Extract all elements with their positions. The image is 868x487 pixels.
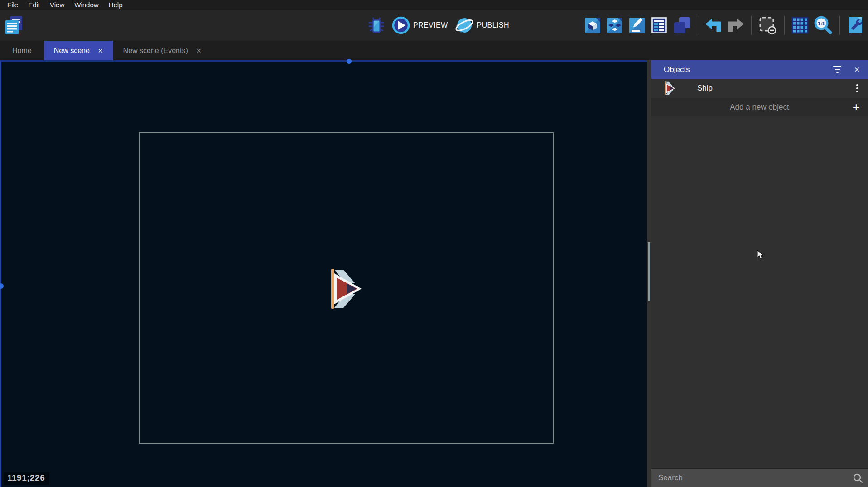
tab-new-scene-events-label: New scene (Events) (123, 47, 188, 55)
search-input[interactable] (651, 469, 868, 487)
menu-edit[interactable]: Edit (23, 0, 45, 10)
properties-icon[interactable] (628, 16, 646, 34)
cursor-coordinates: 1191;226 (4, 472, 49, 485)
toolbar-separator (784, 16, 785, 35)
editor-splitter[interactable] (647, 60, 651, 487)
publish-globe-icon (454, 15, 474, 35)
publish-label: PUBLISH (477, 21, 509, 29)
zoom-1-1-icon[interactable]: 1:1 (813, 15, 833, 35)
debug-icon[interactable] (368, 16, 385, 35)
ship-instance[interactable] (325, 266, 365, 311)
svg-text:1:1: 1:1 (818, 21, 825, 26)
add-object-button[interactable]: Add a new object + (651, 98, 868, 116)
layers-icon[interactable] (672, 16, 691, 35)
tab-close-icon[interactable]: ✕ (196, 48, 202, 54)
play-icon (391, 16, 410, 35)
object-name: Ship (697, 84, 854, 93)
instances-list-icon[interactable] (650, 16, 668, 34)
ship-thumbnail-icon (663, 81, 676, 96)
menu-window[interactable]: Window (69, 0, 103, 10)
canvas-scroll-indicator-top[interactable] (347, 59, 352, 64)
menu-file[interactable]: File (2, 0, 23, 10)
grid-icon[interactable] (791, 16, 809, 34)
tab-close-icon[interactable]: ✕ (98, 48, 103, 54)
filter-icon[interactable] (833, 66, 841, 73)
tab-new-scene-events[interactable]: New scene (Events) ✕ (113, 41, 212, 60)
close-panel-icon[interactable]: ✕ (854, 66, 860, 73)
mouse-cursor (757, 250, 764, 259)
preview-label: PREVIEW (413, 21, 448, 29)
add-object-label: Add a new object (730, 103, 789, 112)
publish-button[interactable]: PUBLISH (454, 15, 509, 35)
menu-bar: File Edit View Window Help (0, 0, 868, 10)
scene-properties-icon[interactable] (846, 16, 864, 35)
canvas-scroll-indicator-left[interactable] (0, 283, 4, 289)
tab-new-scene-label: New scene (54, 47, 90, 55)
tab-new-scene[interactable]: New scene ✕ (44, 41, 113, 60)
objects-panel: Objects ✕ Ship Add a new object + (651, 60, 868, 487)
toolbar-separator (751, 16, 752, 35)
preview-button[interactable]: PREVIEW (391, 16, 448, 35)
tab-home-label: Home (12, 47, 32, 55)
plus-icon: + (853, 99, 860, 115)
redo-icon[interactable] (727, 18, 745, 33)
undo-icon[interactable] (704, 18, 723, 33)
vertical-scrollbar-thumb[interactable] (648, 242, 650, 301)
tab-home[interactable]: Home (0, 41, 44, 60)
objects-panel-header: Objects ✕ (651, 60, 868, 79)
menu-view[interactable]: View (45, 0, 69, 10)
menu-help[interactable]: Help (104, 0, 128, 10)
tab-bar: Home New scene ✕ New scene (Events) ✕ (0, 41, 868, 60)
toolbar-separator (839, 16, 840, 35)
deselect-instances-icon[interactable] (758, 16, 778, 35)
scene-canvas[interactable]: 1191;226 (0, 60, 647, 487)
object-groups-icon[interactable] (606, 16, 624, 34)
object-menu-kebab-icon[interactable] (854, 84, 861, 92)
object-row-ship[interactable]: Ship (651, 79, 868, 98)
gdevelop-window: File Edit View Window Help (0, 0, 868, 487)
objects-panel-title: Objects (664, 65, 833, 74)
project-manager-icon[interactable] (4, 15, 24, 36)
toolbar-separator (698, 16, 698, 35)
objects-editor-icon[interactable] (583, 16, 602, 34)
main-toolbar: PREVIEW PUBLISH (0, 10, 868, 41)
search-icon (853, 473, 863, 484)
object-search-bar (651, 468, 868, 487)
